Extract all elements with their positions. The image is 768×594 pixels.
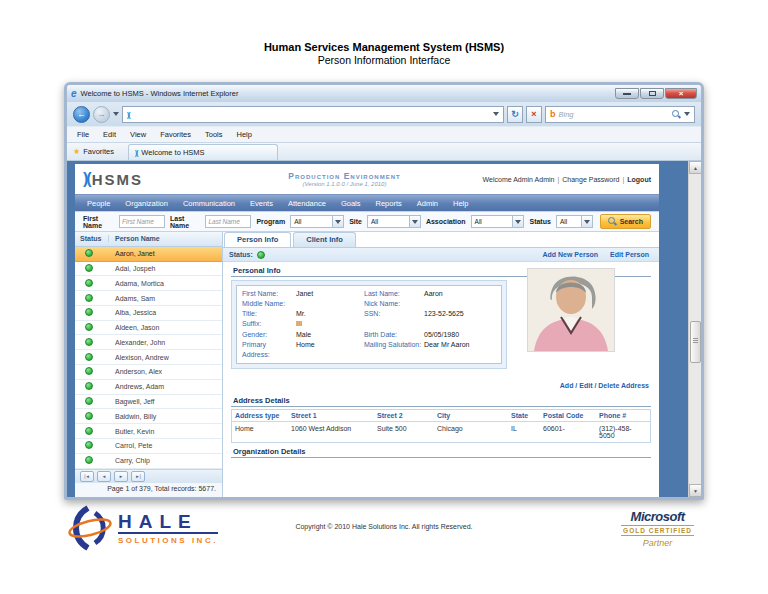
site-dropdown-icon <box>409 216 420 227</box>
nav-attendance[interactable]: Attendance <box>288 199 326 208</box>
menu-edit[interactable]: Edit <box>103 130 116 139</box>
status-icon <box>85 412 93 420</box>
association-select[interactable]: All <box>471 215 525 228</box>
stop-button[interactable]: × <box>526 106 542 123</box>
menu-view[interactable]: View <box>130 130 146 139</box>
status-icon <box>85 338 93 346</box>
page-scrollbar[interactable]: ▲ ▼ <box>688 161 701 497</box>
person-row[interactable]: Adama, Mortica <box>75 276 222 291</box>
nav-reports[interactable]: Reports <box>375 199 401 208</box>
detail-panel: Person Info Client Info Status: Add New … <box>223 232 659 497</box>
first-page-button[interactable]: |◄ <box>80 471 94 482</box>
search-button[interactable]: Search <box>600 214 651 229</box>
refresh-button[interactable]: ↻ <box>507 106 523 123</box>
menu-favorites[interactable]: Favorites <box>160 130 191 139</box>
close-button[interactable]: × <box>665 88 697 99</box>
person-row[interactable]: Adams, Sam <box>75 291 222 306</box>
nav-admin[interactable]: Admin <box>417 199 438 208</box>
browser-tab[interactable]: )( Welcome to HSMS <box>128 144 278 160</box>
nav-goals[interactable]: Goals <box>341 199 361 208</box>
forward-button[interactable]: → <box>93 106 110 123</box>
scroll-up-icon[interactable]: ▲ <box>689 161 702 174</box>
last-name-input[interactable] <box>205 215 251 228</box>
main-nav: People Organization Communication Events… <box>75 194 659 211</box>
welcome-text: Welcome Admin Admin <box>483 176 555 183</box>
minimize-icon <box>623 93 631 95</box>
slide-header: Human Services Management System (HSMS) … <box>0 41 768 66</box>
person-row[interactable]: Andrews, Adam <box>75 380 222 395</box>
first-name-label: First Name <box>83 215 114 229</box>
cell-address-type: Home <box>232 422 288 442</box>
status-icon <box>85 323 93 331</box>
next-page-button[interactable]: ► <box>114 471 128 482</box>
program-select[interactable]: All <box>290 215 344 228</box>
last-page-button[interactable]: ►| <box>131 471 145 482</box>
menu-file[interactable]: File <box>77 130 89 139</box>
tab-client-info[interactable]: Client Info <box>293 232 356 247</box>
scroll-down-icon[interactable]: ▼ <box>689 484 702 497</box>
tab-person-info[interactable]: Person Info <box>224 232 291 247</box>
url-dropdown-icon[interactable] <box>493 112 499 116</box>
add-new-person-link[interactable]: Add New Person <box>542 251 598 258</box>
person-row[interactable]: Bagwell, Jeff <box>75 395 222 410</box>
nav-help[interactable]: Help <box>453 199 468 208</box>
main-area: Status Person Name Aaron, Janet Adai, Jo… <box>75 232 659 497</box>
favorites-button[interactable]: ★ Favorites <box>73 147 114 156</box>
nav-events[interactable]: Events <box>250 199 273 208</box>
scrollbar-thumb[interactable] <box>690 321 701 363</box>
search-icon <box>608 217 617 226</box>
back-button[interactable]: ← <box>73 106 90 123</box>
nav-organization[interactable]: Organization <box>125 199 168 208</box>
status-row: Status: Add New Person Edit Person <box>223 248 659 262</box>
person-row[interactable]: Anderson, Alex <box>75 365 222 380</box>
person-row[interactable]: Baldwin, Billy <box>75 409 222 424</box>
status-icon <box>85 308 93 316</box>
edit-person-link[interactable]: Edit Person <box>610 251 649 258</box>
person-row[interactable]: Butler, Kevin <box>75 424 222 439</box>
url-field[interactable]: )( <box>122 106 504 123</box>
nav-people[interactable]: People <box>87 199 110 208</box>
person-row[interactable]: Carry, Chip <box>75 454 222 469</box>
field-label: Gender: <box>242 330 296 340</box>
person-row[interactable]: Aldeen, Jason <box>75 321 222 336</box>
search-icon[interactable] <box>672 110 681 119</box>
partner-label: Partner <box>621 538 694 548</box>
menu-help[interactable]: Help <box>237 130 252 139</box>
cell-phone: (312)-458-5050 <box>596 422 650 442</box>
person-row[interactable]: Adai, Jospeh <box>75 262 222 277</box>
app-header: )( HSMS Production Environment (Version … <box>75 164 659 194</box>
status-select[interactable]: All <box>556 215 593 228</box>
add-edit-delete-address-link[interactable]: Add / Edit / Delete Address <box>560 382 649 389</box>
history-dropdown-icon[interactable] <box>113 112 119 116</box>
field-value <box>424 299 496 309</box>
cell-street2: Suite 500 <box>374 422 434 442</box>
field-label <box>364 319 424 329</box>
bing-search-box[interactable]: b Bing <box>545 106 695 123</box>
association-label: Association <box>426 218 466 225</box>
maximize-button[interactable] <box>640 88 664 99</box>
cell-city: Chicago <box>434 422 508 442</box>
person-row[interactable]: Alexison, Andrew <box>75 350 222 365</box>
person-name: Bagwell, Jeff <box>109 398 155 405</box>
status-field-label: Status: <box>229 251 253 258</box>
col-address-type: Address type <box>232 410 288 422</box>
status-icon <box>85 279 93 287</box>
menu-tools[interactable]: Tools <box>205 130 223 139</box>
search-dropdown-icon[interactable] <box>684 112 690 116</box>
person-row[interactable]: Alba, Jessica <box>75 306 222 321</box>
person-row[interactable]: Carrol, Pete <box>75 439 222 454</box>
person-row-selected[interactable]: Aaron, Janet <box>75 247 222 262</box>
status-icon <box>85 353 93 361</box>
change-password-link[interactable]: Change Password <box>562 176 619 183</box>
bing-icon: b <box>550 109 556 119</box>
nav-communication[interactable]: Communication <box>183 199 235 208</box>
minimize-button[interactable] <box>615 88 639 99</box>
person-row[interactable]: Alexander, John <box>75 335 222 350</box>
logout-link[interactable]: Logout <box>627 176 651 183</box>
field-label: Suffix: <box>242 319 296 329</box>
field-value: Male <box>296 330 364 340</box>
prev-page-button[interactable]: ◄ <box>97 471 111 482</box>
first-name-input[interactable] <box>119 215 165 228</box>
site-select[interactable]: All <box>367 215 421 228</box>
col-phone: Phone # <box>596 410 650 422</box>
